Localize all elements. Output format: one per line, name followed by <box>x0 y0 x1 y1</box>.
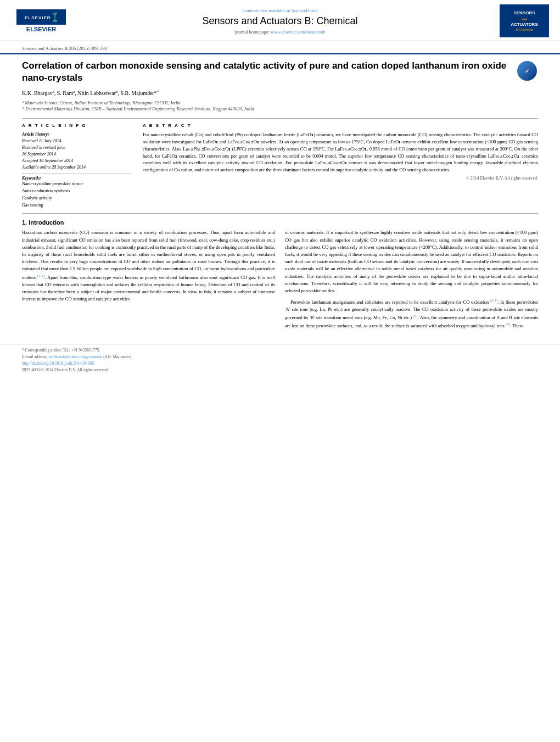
affiliation-b: ᵇ Environmental Materials Division, CSIR… <box>22 106 538 113</box>
divider-1 <box>22 118 538 119</box>
sensors-logo-text: SENSORS and ACTUATORS <box>511 10 537 27</box>
elsevier-text: ELSEVIER <box>26 26 56 32</box>
email-label: E-mail address: <box>22 354 48 359</box>
keyword-3: Catalytic activity <box>22 195 132 202</box>
affiliation-a: ᵃ Materials Science Centre, Indian Insti… <box>22 100 538 107</box>
article-info-col: A R T I C L E I N F O Article history: R… <box>22 123 132 209</box>
email-name: (S.B. Majumder). <box>103 354 132 359</box>
received-revised-label: Received in revised form <box>22 144 132 151</box>
footnote-corresponding: * Corresponding author. Tel.: +91 943361… <box>22 348 538 353</box>
footnote-email: E-mail address: subhasish@matsc.iitkgp.e… <box>22 354 538 359</box>
article-info-label: A R T I C L E I N F O <box>22 123 132 128</box>
footnote-text: Corresponding author. Tel.: +91 94336117… <box>25 348 100 353</box>
article-citation: Sensors and Actuators B 206 (2015) 389–3… <box>22 46 107 51</box>
sensors-logo: SENSORS and ACTUATORS B Chemical <box>500 4 549 37</box>
elsevier-logo: ELSEVIER ELSEVIER <box>11 9 71 32</box>
sciencedirect-text[interactable]: ScienceDirect <box>292 8 318 13</box>
info-abstract-section: A R T I C L E I N F O Article history: R… <box>22 123 538 209</box>
keyword-4: Gas sensing <box>22 202 132 209</box>
abstract-text: For nano-crystalline cobalt (Co) and cob… <box>143 131 538 174</box>
journal-homepage: journal homepage: www.elsevier.com/locat… <box>71 29 489 35</box>
introduction-section: 1. Introduction Hazardous carbon monoxid… <box>22 219 538 333</box>
authors-line: K.K. Bhargava, S. Rama, Nitin Labhsetwar… <box>22 90 538 96</box>
ref-3-4[interactable]: [3,4] <box>490 298 497 303</box>
intro-para1: Hazardous carbon monoxide (CO) emission … <box>22 229 275 303</box>
ref-1-2[interactable]: [1,2] <box>37 274 44 278</box>
article-meta-bar: Sensors and Actuators B 206 (2015) 389–3… <box>0 41 560 54</box>
keywords-title: Keywords: <box>22 176 132 181</box>
title-area: Correlation of carbon monoxide sensing a… <box>22 60 538 84</box>
intro-para3: Perovskite lanthanum manganates and coba… <box>285 298 538 330</box>
keywords-section: Keywords: Nano-crystalline perovskite se… <box>22 176 132 209</box>
intro-col-right: of ceramic materials. It is important to… <box>285 229 538 333</box>
intro-col-left: Hazardous carbon monoxide (CO) emission … <box>22 229 275 333</box>
homepage-url[interactable]: www.elsevier.com/locate/snb <box>271 29 326 35</box>
accepted-date: Accepted 18 September 2014 <box>22 158 132 164</box>
intro-title: 1. Introduction <box>22 219 538 226</box>
footer-doi: http://dx.doi.org/10.1016/j.snb.2014.09.… <box>22 361 538 366</box>
divider-2 <box>22 213 538 214</box>
affiliations: ᵃ Materials Science Centre, Indian Insti… <box>22 100 538 113</box>
journal-header: ELSEVIER ELSEVIER Contents lists availab… <box>0 0 560 41</box>
journal-info-center: Contents lists available at ScienceDirec… <box>71 8 489 35</box>
abstract-col: A B S T R A C T For nano-crystalline cob… <box>143 123 538 209</box>
intro-two-col: Hazardous carbon monoxide (CO) emission … <box>22 229 538 333</box>
keyword-1: Nano-crystalline perovskite sensor <box>22 181 132 188</box>
sensors-logo-area: SENSORS and ACTUATORS B Chemical <box>489 4 549 37</box>
elsevier-logo-area: ELSEVIER ELSEVIER <box>11 9 71 32</box>
page-footer: * Corresponding author. Tel.: +91 943361… <box>0 344 560 376</box>
svg-text:ELSEVIER: ELSEVIER <box>25 15 51 20</box>
received-date: Received 11 July 2014 <box>22 138 132 144</box>
keyword-2: Auto-combustion synthesis <box>22 188 132 195</box>
intro-para2: of ceramic materials. It is important to… <box>285 229 538 294</box>
keywords-list: Nano-crystalline perovskite sensor Auto-… <box>22 181 132 209</box>
article-title: Correlation of carbon monoxide sensing a… <box>22 60 511 84</box>
history-title: Article history: <box>22 131 132 138</box>
ref-6[interactable]: [6] <box>506 322 510 326</box>
page: ELSEVIER ELSEVIER Contents lists availab… <box>0 0 560 742</box>
footnote-symbol: * <box>22 348 24 353</box>
crossmark-icon: ✓ <box>517 61 537 81</box>
elsevier-bar: ELSEVIER <box>16 9 66 25</box>
homepage-label: journal homepage: <box>234 29 270 35</box>
email-link[interactable]: subhasish@matsc.iitkgp.ernet.in <box>49 354 103 359</box>
ref-5[interactable]: [5] <box>413 314 418 318</box>
main-content: Correlation of carbon monoxide sensing a… <box>0 54 560 338</box>
footer-issn: 0925-4005/© 2014 Elsevier B.V. All right… <box>22 367 538 372</box>
available-online: Available online 28 September 2014 <box>22 164 132 171</box>
journal-title: Sensors and Actuators B: Chemical <box>71 15 489 27</box>
doi-link[interactable]: http://dx.doi.org/10.1016/j.snb.2014.09.… <box>22 361 94 366</box>
article-history: Article history: Received 11 July 2014 R… <box>22 131 132 174</box>
abstract-copyright: © 2014 Elsevier B.V. All rights reserved… <box>143 176 538 181</box>
abstract-label: A B S T R A C T <box>143 123 538 128</box>
crossmark-badge: ✓ <box>516 60 538 82</box>
revised-date: 16 September 2014 <box>22 151 132 158</box>
sciencedirect-link: Contents lists available at ScienceDirec… <box>71 8 489 13</box>
sensors-logo-sub: B Chemical <box>516 28 533 31</box>
